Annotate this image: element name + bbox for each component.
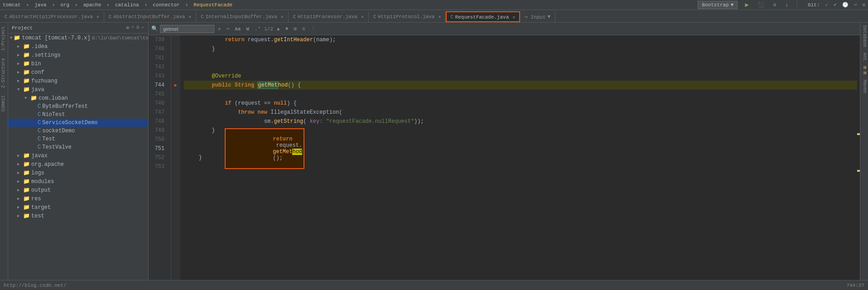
line-num-749: 749 (149, 126, 167, 135)
next-result-icon[interactable]: ▼ (284, 25, 290, 33)
app-window: tomcat › java › org › apache › catalina … (0, 0, 868, 290)
update-button[interactable]: ↓ (783, 1, 790, 9)
tree-item-modules[interactable]: ▶ 📁 modules (8, 177, 148, 186)
tab-close-icon[interactable]: ✕ (438, 14, 441, 19)
tree-item-idea[interactable]: ▶ 📁 .idea (8, 42, 148, 51)
tab-close-icon[interactable]: ✕ (188, 14, 191, 19)
breadcrumb-org[interactable]: org (60, 2, 69, 8)
dropdown-arrow-icon: ▼ (731, 2, 734, 8)
structure-panel-label[interactable]: Z-Structure (0, 54, 8, 92)
java-file-icon: C (38, 120, 41, 126)
clear-search-icon[interactable]: ✕ (216, 25, 223, 33)
tab-requestfacade[interactable]: C RequestFacade.java ✕ (446, 11, 520, 22)
tree-item-conf[interactable]: ▶ 📁 conf (8, 68, 148, 77)
tree-item-javax[interactable]: ▶ 📁 javax (8, 151, 148, 160)
tree-item-output[interactable]: ▶ 📁 output (8, 186, 148, 194)
breadcrumb-java[interactable]: java (34, 2, 46, 8)
tree-item-test[interactable]: C Test (8, 135, 148, 143)
more-icon[interactable]: – (141, 24, 145, 31)
project-panel-label[interactable]: 1:Project (0, 23, 8, 54)
tab-close-icon[interactable]: ✕ (512, 14, 515, 20)
expand-icon[interactable]: ⊞ (292, 25, 299, 33)
search-prev-icon[interactable]: ↩ (225, 25, 231, 33)
run-button[interactable]: ▶ (743, 0, 750, 10)
tab-input[interactable]: ↪ Input ▼ (520, 11, 555, 22)
expand-icon: ▶ (17, 53, 22, 58)
line-num-745: 745 (149, 90, 167, 99)
sync-icon[interactable]: ⊕ (126, 24, 129, 31)
git-undo-icon[interactable]: ↩ (854, 2, 857, 8)
marker-yellow-2 (857, 170, 860, 172)
settings-icon[interactable]: ≡ (136, 24, 140, 31)
git-label: Git: (808, 2, 820, 8)
tab-close-icon[interactable]: ✕ (96, 14, 99, 19)
tab-abstractinputbuffer[interactable]: C AbstractInputBuffer.java ✕ (104, 11, 196, 22)
tab-close-icon[interactable]: ✕ (281, 14, 284, 19)
tab-close-icon[interactable]: ✕ (361, 14, 364, 19)
expand-icon: ▶ (17, 205, 22, 210)
outlined-match-751: return request. getMethod (); (225, 128, 304, 169)
gutter-752 (171, 153, 180, 162)
breadcrumb-connector[interactable]: connector (153, 2, 179, 8)
tab-http11processor[interactable]: C Http11Processor.java ✕ (289, 11, 369, 22)
ant-panel-label[interactable]: Ant (860, 50, 868, 63)
prev-result-icon[interactable]: ▲ (275, 25, 282, 33)
bootstrap-dropdown[interactable]: Bootstrap ▼ (698, 1, 738, 9)
tab-abstracthttp11processor[interactable]: C AbstractHttp11Processor.java ✕ (0, 11, 104, 22)
tree-item-java[interactable]: ▼ 📁 java (8, 85, 148, 94)
tree-item-res[interactable]: ▶ 📁 res (8, 194, 148, 203)
breadcrumb-tomcat[interactable]: tomcat (3, 2, 21, 8)
folder-icon: 📁 (23, 86, 30, 93)
tree-item-testvalve[interactable]: C TestValve (8, 143, 148, 151)
git-tick-icon: ✔ (834, 2, 837, 8)
tree-item-orgapache[interactable]: ▶ 📁 org.apache (8, 160, 148, 169)
tree-item-bin[interactable]: ▶ 📁 bin (8, 59, 148, 68)
database-panel-label[interactable]: Database (860, 23, 868, 50)
tree-root[interactable]: ▼ 📁 tomcat [tomcat-7.0.x] G:\lu\ban\tomc… (8, 34, 148, 42)
tab-http11protocol[interactable]: C Http11Protocol.java ✕ (369, 11, 446, 22)
status-url: http://blog.csdn.net/ (4, 283, 67, 288)
tree-item-comluban[interactable]: ▼ 📁 com.luban (8, 94, 148, 102)
maven-panel-label[interactable]: Maven (860, 77, 868, 96)
folder-icon: 📁 (23, 169, 30, 176)
breadcrumb-requestfacade[interactable]: RequestFacade (193, 2, 232, 8)
tree-item-test-root[interactable]: ▶ 📁 test (8, 212, 148, 220)
case-sensitive-btn[interactable]: Aa (233, 25, 242, 33)
tree-item-servicesocketdemo[interactable]: C ServiceSocketDemo (8, 119, 148, 127)
search-input[interactable] (160, 25, 214, 33)
tree-item-niotest[interactable]: C NioTest (8, 111, 148, 119)
more-options-icon[interactable]: ⋮ (309, 25, 318, 33)
tree-item-fuzhuang[interactable]: ▶ 📁 fuzhuang (8, 77, 148, 85)
folder-icon: 📁 (23, 195, 30, 202)
tree-item-socketdemo[interactable]: C socketDemo (8, 127, 148, 135)
mm-panel-label[interactable]: m m (860, 63, 868, 77)
debug-button[interactable]: ⬛ (756, 1, 766, 9)
marker-yellow-1 (857, 133, 860, 135)
whole-word-btn[interactable]: W (244, 25, 251, 33)
tree-item-target[interactable]: ▶ 📁 target (8, 203, 148, 212)
line-numbers: 739 740 741 742 743 744 745 746 747 748 … (149, 35, 171, 280)
expand-icon: ▶ (17, 170, 22, 175)
code-content[interactable]: return request. getIntHeader (name); } (180, 35, 857, 280)
git-history-icon[interactable]: 🕐 (842, 2, 849, 8)
tree-item-settings[interactable]: ▶ 📁 .settings (8, 51, 148, 59)
right-markers (857, 35, 860, 280)
tree-item-bytebuffertest[interactable]: C ByteBufferTest (8, 102, 148, 111)
breadcrumb-catalina[interactable]: catalina (115, 2, 139, 8)
search-match-744: getMet (257, 82, 278, 89)
main-content: 1:Project Z-Structure Commit Project ⊕ ÷… (0, 23, 868, 280)
collapse-icon[interactable]: ÷ (131, 24, 134, 31)
commit-panel-label[interactable]: Commit (0, 92, 8, 115)
regex-btn[interactable]: .* (253, 25, 262, 33)
filter-icon[interactable]: ≡ (300, 25, 307, 33)
breadcrumb-apache[interactable]: apache (83, 2, 101, 8)
folder-icon: 📁 (23, 52, 30, 58)
status-bar: http://blog.csdn.net/ 744:37 (0, 280, 868, 290)
java-file-icon: C (293, 14, 296, 19)
git-settings-icon[interactable]: ⚙ (862, 2, 865, 8)
java-file-icon: C (38, 111, 41, 118)
tree-item-logs[interactable]: ▶ 📁 logs (8, 169, 148, 177)
tab-internalinputbuffer[interactable]: C InternalInputBuffer.java ✕ (196, 11, 288, 22)
expand-icon: ▶ (17, 213, 22, 218)
build-button[interactable]: ⚙ (772, 1, 778, 9)
